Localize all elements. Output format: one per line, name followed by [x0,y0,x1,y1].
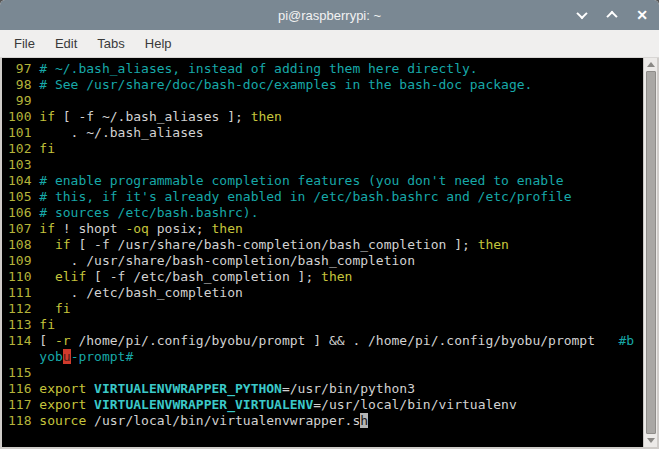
terminal-screen[interactable]: 97 # ~/.bash_aliases, instead of adding … [2,58,657,447]
terminal-window: pi@raspberrypi: ~ ✕ FileEditTabsHelp 97 … [0,0,659,449]
text-segment-ln: 104 [8,173,39,188]
text-segment-tx: . /etc/bash_completion [39,285,243,300]
terminal-line: 103 [8,157,641,173]
text-segment-ln: 109 [8,253,39,268]
scrollbar-thumb[interactable] [646,71,656,434]
text-segment-tx: ! shopt [55,221,125,236]
text-segment-ln: 115 [8,365,39,380]
text-segment-id: VIRTUALENVWRAPPER_PYTHON [94,381,282,396]
text-segment-kw: -r [55,333,71,348]
menu-item-edit[interactable]: Edit [45,32,87,55]
close-icon: ✕ [636,8,648,22]
text-segment-ln: 117 [8,397,39,412]
text-segment-ln: 114 [8,333,39,348]
terminal-line: yobu-prompt# [8,349,641,365]
terminal-line: 116 export VIRTUALENVWRAPPER_PYTHON=/usr… [8,381,641,397]
text-segment-tx: [ -f /usr/share/bash-completion/bash_com… [71,237,478,252]
terminal-line: 112 fi [8,301,641,317]
scroll-down-icon [647,438,655,443]
text-segment-kw: then [251,109,282,124]
close-button[interactable]: ✕ [635,8,649,22]
text-segment-red: u [63,349,71,364]
terminal-line: 101 . ~/.bash_aliases [8,125,641,141]
terminal-line: 108 if [ -f /usr/share/bash-completion/b… [8,237,641,253]
terminal-line: 118 source /usr/local/bin/virtualenvwrap… [8,413,641,429]
text-segment-kw: if [55,237,71,252]
text-segment-ln: 101 [8,125,39,140]
terminal-line: 115 [8,365,641,381]
terminal-line: 104 # enable programmable completion fea… [8,173,641,189]
titlebar[interactable]: pi@raspberrypi: ~ ✕ [0,0,659,30]
text-segment-kw: then [212,221,243,236]
text-segment-ln: 108 [8,237,39,252]
terminal-line: 97 # ~/.bash_aliases, instead of adding … [8,61,641,77]
terminal-line: 111 . /etc/bash_completion [8,285,641,301]
editor-buffer: 97 # ~/.bash_aliases, instead of adding … [8,61,641,429]
terminal-line: 98 # See /usr/share/doc/bash-doc/example… [8,77,641,93]
text-segment-ln: 116 [8,381,39,396]
text-segment-tx: [ [39,333,55,348]
text-segment-tx: =/usr/bin/python3 [282,381,415,396]
scroll-up-button[interactable] [644,58,657,71]
terminal-line: 110 elif [ -f /etc/bash_completion ]; th… [8,269,641,285]
terminal-line: 106 # sources /etc/bash.bashrc). [8,205,641,221]
vim-status-line: 118,42 Bot [8,429,657,445]
text-segment-kw: export [39,381,86,396]
maximize-button[interactable] [605,8,619,22]
menu-item-file[interactable]: File [4,32,45,55]
cursor-position-ruler: 118,42 [501,445,548,447]
text-segment-kw: -oq [125,221,148,236]
text-segment-tx [8,349,39,364]
terminal-line: 102 fi [8,141,641,157]
text-segment-tx: =/usr/local/bin/virtualenv [313,397,517,412]
text-segment-ln: 102 [8,141,39,156]
text-segment-kw: fi [55,301,71,316]
text-segment-cm: # sources /etc/bash.bashrc). [39,205,258,220]
text-segment-tx: /home/pi/.config/byobu/prompt ] && . /ho… [71,333,619,348]
text-segment-ln: 103 [8,157,39,172]
minimize-button[interactable] [575,8,589,22]
chevron-up-icon [606,11,617,22]
text-segment-tx [39,269,55,284]
scroll-down-button[interactable] [644,434,657,447]
menu-item-help[interactable]: Help [135,32,182,55]
text-segment-kw: fi [39,317,55,332]
terminal-line: 100 if [ -f ~/.bash_aliases ]; then [8,109,641,125]
text-segment-ln: 106 [8,205,39,220]
text-segment-tx: posix; [149,221,212,236]
terminal-line: 107 if ! shopt -oq posix; then [8,221,641,237]
text-segment-ln: 107 [8,221,39,236]
text-segment-tx [86,397,94,412]
block-cursor: h [360,413,368,428]
text-segment-kw: then [478,237,509,252]
text-segment-tx [39,237,55,252]
text-segment-tx: [ -f /etc/bash_completion ]; [86,269,321,284]
text-segment-ln: 100 [8,109,39,124]
text-segment-ln: 111 [8,285,39,300]
text-segment-kw: export [39,397,86,412]
terminal-line: 117 export VIRTUALENVWRAPPER_VIRTUALENV=… [8,397,641,413]
chevron-down-icon [576,8,587,19]
text-segment-cm: # enable programmable completion feature… [39,173,563,188]
text-segment-tx: /usr/local/bin/virtualenvwrapper.s [86,413,360,428]
terminal-line: 114 [ -r /home/pi/.config/byobu/prompt ]… [8,333,641,349]
text-segment-ln: 99 [8,93,39,108]
terminal-line: 113 fi [8,317,641,333]
menu-item-tabs[interactable]: Tabs [87,32,134,55]
text-segment-tx: . /usr/share/bash-completion/bash_comple… [39,253,415,268]
text-segment-kw: elif [55,269,86,284]
scrollbar[interactable] [643,58,657,447]
text-segment-cm: -prompt# [71,349,134,364]
menubar: FileEditTabsHelp [0,30,659,58]
text-segment-ln: 112 [8,301,39,316]
text-segment-id: VIRTUALENVWRAPPER_VIRTUALENV [94,397,313,412]
text-segment-cm: # See /usr/share/doc/bash-doc/examples i… [39,77,532,92]
terminal-line: 99 [8,93,641,109]
window-title: pi@raspberrypi: ~ [278,8,381,23]
terminal-frame: 97 # ~/.bash_aliases, instead of adding … [0,58,659,449]
text-segment-ln: 118 [8,413,39,428]
text-segment-tx: . ~/.bash_aliases [39,125,203,140]
terminal-line: 109 . /usr/share/bash-completion/bash_co… [8,253,641,269]
text-segment-kw: if [39,221,55,236]
scroll-up-icon [647,62,655,67]
